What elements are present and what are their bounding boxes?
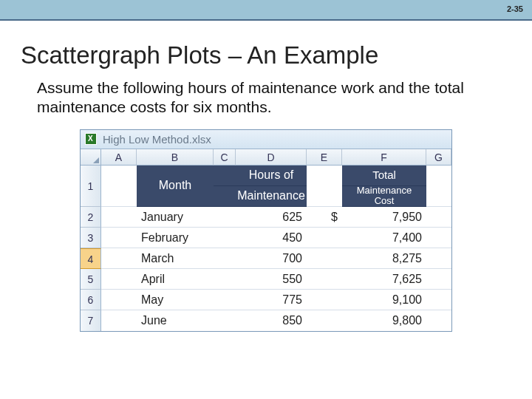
col-head-B[interactable]: B — [137, 149, 214, 166]
cell-B3[interactable]: February — [137, 228, 214, 248]
header-total-mid[interactable]: MaintenanceCost — [342, 186, 426, 207]
cell-D4[interactable]: 700 — [236, 248, 307, 269]
cell-C2[interactable] — [214, 207, 236, 228]
cell-G6[interactable] — [426, 290, 451, 310]
cell-A4[interactable] — [101, 248, 137, 269]
cell-G1[interactable] — [426, 166, 451, 207]
cell-A1[interactable] — [101, 166, 137, 207]
row-head-7[interactable]: 7 — [81, 310, 101, 331]
page-number: 2-35 — [507, 4, 523, 13]
excel-window: High Low Method.xlsx A B C D E F G 1 Mon… — [80, 129, 452, 332]
slide-header-bar: 2-35 — [0, 0, 532, 21]
slide-title: Scattergraph Plots – An Example — [21, 41, 532, 69]
cell-G2[interactable] — [426, 207, 451, 228]
cell-C3[interactable] — [214, 228, 236, 248]
header-hours-bottom[interactable]: Maintenance — [236, 186, 307, 207]
cell-C4[interactable] — [214, 248, 236, 269]
cell-C6[interactable] — [214, 290, 236, 310]
cell-D5[interactable]: 550 — [236, 269, 307, 290]
select-all-corner[interactable] — [81, 149, 101, 166]
cell-G7[interactable] — [426, 310, 451, 331]
cell-G3[interactable] — [426, 228, 451, 248]
cell-A7[interactable] — [101, 310, 137, 331]
cell-D2[interactable]: 625 — [236, 207, 307, 228]
cell-C7[interactable] — [214, 310, 236, 331]
col-head-F[interactable]: F — [342, 149, 426, 166]
cell-E1[interactable] — [307, 166, 342, 207]
cell-C1-bot[interactable] — [214, 186, 236, 207]
col-head-D[interactable]: D — [236, 149, 307, 166]
col-head-A[interactable]: A — [101, 149, 137, 166]
header-hours-top[interactable]: Hours of — [236, 166, 307, 186]
slide-subtitle: Assume the following hours of maintenanc… — [37, 78, 502, 117]
cell-B2[interactable]: January — [137, 207, 214, 228]
cell-G4[interactable] — [426, 248, 451, 269]
col-head-C[interactable]: C — [214, 149, 236, 166]
cell-F3[interactable]: 7,400 — [342, 228, 426, 248]
header-total-top[interactable]: Total — [342, 166, 426, 186]
cell-F7[interactable]: 9,800 — [342, 310, 426, 331]
row-head-3[interactable]: 3 — [81, 228, 101, 248]
excel-grid: A B C D E F G 1 Month Hours of Total Mai… — [81, 149, 451, 331]
cell-F4[interactable]: 8,275 — [342, 248, 426, 269]
cell-C5[interactable] — [214, 269, 236, 290]
header-month[interactable]: Month — [137, 166, 214, 207]
cell-F2[interactable]: 7,950 — [342, 207, 426, 228]
cell-B7[interactable]: June — [137, 310, 214, 331]
row-head-5[interactable]: 5 — [81, 269, 101, 290]
cell-F6[interactable]: 9,100 — [342, 290, 426, 310]
cell-D7[interactable]: 850 — [236, 310, 307, 331]
cell-C1-top[interactable] — [214, 166, 236, 186]
cell-E7[interactable] — [307, 310, 342, 331]
cell-F5[interactable]: 7,625 — [342, 269, 426, 290]
excel-icon — [85, 133, 97, 145]
cell-B6[interactable]: May — [137, 290, 214, 310]
row-head-1[interactable]: 1 — [81, 166, 101, 207]
cell-D3[interactable]: 450 — [236, 228, 307, 248]
cell-A3[interactable] — [101, 228, 137, 248]
row-head-4[interactable]: 4 — [81, 248, 101, 269]
cell-A6[interactable] — [101, 290, 137, 310]
cell-G5[interactable] — [426, 269, 451, 290]
cell-A5[interactable] — [101, 269, 137, 290]
col-head-E[interactable]: E — [307, 149, 342, 166]
cell-B5[interactable]: April — [137, 269, 214, 290]
cell-E4[interactable] — [307, 248, 342, 269]
row-head-6[interactable]: 6 — [81, 290, 101, 310]
cell-A2[interactable] — [101, 207, 137, 228]
excel-titlebar: High Low Method.xlsx — [81, 130, 451, 149]
col-head-G[interactable]: G — [426, 149, 451, 166]
excel-filename: High Low Method.xlsx — [103, 133, 211, 146]
cell-E5[interactable] — [307, 269, 342, 290]
cell-E6[interactable] — [307, 290, 342, 310]
cell-E2[interactable]: $ — [307, 207, 342, 228]
cell-E3[interactable] — [307, 228, 342, 248]
cell-D6[interactable]: 775 — [236, 290, 307, 310]
cell-B4[interactable]: March — [137, 248, 214, 269]
row-head-2[interactable]: 2 — [81, 207, 101, 228]
